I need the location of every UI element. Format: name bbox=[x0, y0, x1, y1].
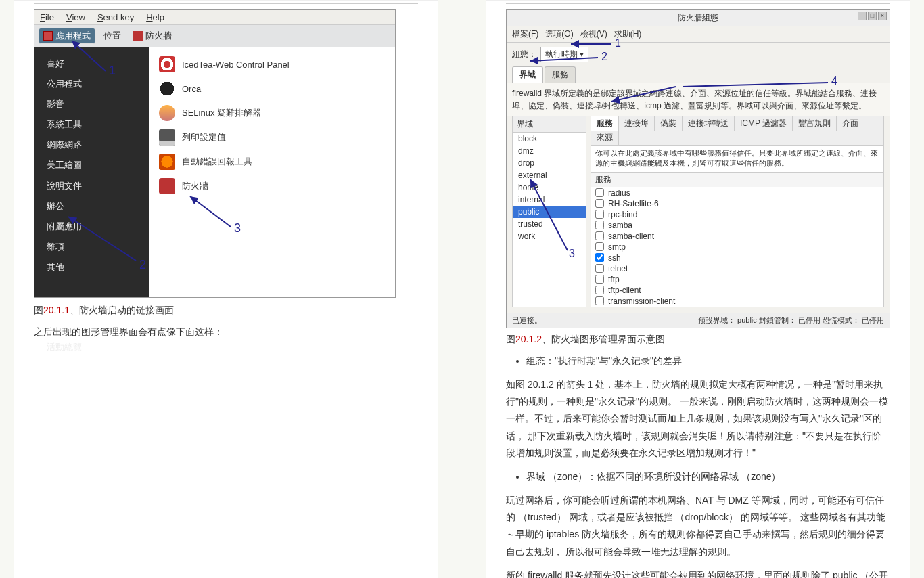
nav-other[interactable]: 其他 bbox=[34, 257, 149, 277]
right-column: 防火牆組態 – □ × 檔案(F) 選項(O) 檢視(V) 求助(H) 組態： … bbox=[486, 0, 910, 578]
printer-icon bbox=[159, 129, 175, 146]
qemu-menubar: File View Send key Help bbox=[34, 10, 395, 25]
zone-block[interactable]: block bbox=[513, 133, 586, 145]
applications-icon bbox=[43, 31, 53, 41]
bullet-zone: 界域 （zone）：依据不同的环境所设计的网络界域 （zone） bbox=[526, 468, 890, 485]
nav-misc[interactable]: 雜項 bbox=[34, 237, 149, 257]
service-check-rpc-bind[interactable] bbox=[595, 210, 604, 219]
service-ssh[interactable]: ssh bbox=[591, 252, 883, 263]
nav-sys[interactable]: 系統工具 bbox=[34, 114, 149, 135]
service-check-smtp[interactable] bbox=[595, 242, 604, 251]
service-rpc-bind[interactable]: rpc-bind bbox=[591, 209, 883, 220]
tab-services[interactable]: 服務 bbox=[545, 66, 576, 83]
status-connected: 已連接。 bbox=[512, 315, 542, 326]
service-check-RH-Satellite-6[interactable] bbox=[595, 199, 604, 208]
service-samba[interactable]: samba bbox=[591, 220, 883, 231]
service-smtp[interactable]: smtp bbox=[591, 242, 883, 252]
stab-2[interactable]: 偽裝 bbox=[655, 116, 683, 131]
stab-7[interactable]: 來源 bbox=[591, 131, 619, 145]
java-icon bbox=[159, 56, 175, 72]
app-print[interactable]: 列印設定值 bbox=[156, 125, 388, 150]
service-check-samba-client[interactable] bbox=[595, 231, 604, 240]
fw-zone-list: 界域 blockdmzdropexternalhomeinternalpubli… bbox=[512, 116, 586, 307]
topbar-applications[interactable]: 應用程式 bbox=[39, 28, 95, 44]
stab-4[interactable]: ICMP 過濾器 bbox=[735, 116, 793, 131]
menu-sendkey[interactable]: Send key bbox=[97, 12, 134, 22]
tab-zones[interactable]: 界域 bbox=[512, 66, 543, 83]
zone-dmz[interactable]: dmz bbox=[513, 145, 586, 157]
service-check-samba[interactable] bbox=[595, 221, 604, 229]
nav-net[interactable]: 網際網路 bbox=[34, 135, 149, 155]
zone-drop[interactable]: drop bbox=[513, 157, 586, 169]
nav-fav[interactable]: 喜好 bbox=[34, 53, 149, 74]
nav-doc[interactable]: 說明文件 bbox=[34, 176, 149, 196]
fw-menu-file[interactable]: 檔案(F) bbox=[512, 28, 538, 40]
zone-work[interactable]: work bbox=[513, 230, 586, 242]
zone-public[interactable]: public bbox=[513, 206, 586, 218]
service-radius[interactable]: radius bbox=[591, 187, 883, 198]
app-icedtea[interactable]: IcedTea-Web Control Panel bbox=[156, 52, 388, 76]
app-selinux[interactable]: SELinux 疑難排解器 bbox=[156, 101, 388, 125]
service-tftp[interactable]: tftp bbox=[591, 274, 883, 285]
nav-gfx[interactable]: 美工繪圖 bbox=[34, 155, 149, 175]
gnome-topbar: 應用程式 位置 防火牆 bbox=[34, 25, 395, 47]
fw-title: 防火牆組態 – □ × bbox=[507, 10, 890, 26]
service-check-tftp-client[interactable] bbox=[595, 286, 604, 294]
nav-activities[interactable]: 活動總覽 bbox=[34, 338, 149, 356]
para-zone-2: 新的 firewalld 服务就预先设计这些可能会被用到的网络环境，里面的规则除… bbox=[506, 567, 890, 578]
menu-view[interactable]: View bbox=[66, 12, 85, 22]
stab-3[interactable]: 連接埠轉送 bbox=[683, 116, 735, 131]
fw-config-combo[interactable]: 執行時期 ▾ bbox=[540, 47, 588, 62]
service-check-ssh[interactable] bbox=[595, 253, 604, 262]
service-telnet[interactable]: telnet bbox=[591, 263, 883, 274]
service-check-telnet[interactable] bbox=[595, 264, 604, 273]
menu-file[interactable]: File bbox=[40, 12, 54, 22]
zone-list-head: 界域 bbox=[513, 116, 586, 133]
service-RH-Satellite-6[interactable]: RH-Satellite-6 bbox=[591, 198, 883, 209]
nav-office[interactable]: 辦公 bbox=[34, 196, 149, 217]
maximize-icon[interactable]: □ bbox=[868, 12, 877, 20]
zone-external[interactable]: external bbox=[513, 169, 586, 181]
stab-5[interactable]: 豐富規則 bbox=[793, 116, 837, 131]
stab-1[interactable]: 連接埠 bbox=[619, 116, 655, 131]
stab-0[interactable]: 服務 bbox=[591, 116, 619, 131]
menu-help[interactable]: Help bbox=[146, 12, 164, 22]
topbar-places[interactable]: 位置 bbox=[99, 28, 125, 43]
stab-6[interactable]: 介面 bbox=[837, 116, 864, 131]
zone-trusted[interactable]: trusted bbox=[513, 218, 586, 230]
service-check-radius[interactable] bbox=[595, 188, 604, 197]
zone-internal[interactable]: internal bbox=[513, 194, 586, 206]
app-abrt[interactable]: 自動錯誤回報工具 bbox=[156, 150, 388, 174]
nav-util[interactable]: 公用程式 bbox=[34, 74, 149, 94]
zone-home[interactable]: home bbox=[513, 181, 586, 194]
fw-menu-help[interactable]: 求助(H) bbox=[614, 28, 642, 40]
app-list: IcedTea-Web Control Panel Orca SELinux 疑… bbox=[149, 47, 395, 297]
app-menu-window: File View Send key Help 應用程式 位置 防火牆 喜好 公… bbox=[34, 9, 396, 298]
minimize-icon[interactable]: – bbox=[858, 12, 867, 20]
close-icon[interactable]: × bbox=[878, 12, 887, 20]
nav-acc[interactable]: 附屬應用 bbox=[34, 217, 149, 237]
fw-menu-view[interactable]: 檢視(V) bbox=[580, 28, 607, 40]
service-check-transmission-client[interactable] bbox=[595, 296, 604, 305]
firewall-config-window: 防火牆組態 – □ × 檔案(F) 選項(O) 檢視(V) 求助(H) 組態： … bbox=[506, 9, 890, 328]
fig-caption-1: 图20.1.1、防火墙启动的链接画面 bbox=[34, 305, 418, 317]
nav-media[interactable]: 影音 bbox=[34, 94, 149, 114]
app-category-nav: 喜好 公用程式 影音 系統工具 網際網路 美工繪圖 說明文件 辦公 附屬應用 雜… bbox=[34, 47, 149, 297]
status-right: 預設界域： public 封鎖管制： 已停用 恐慌模式： 已停用 bbox=[698, 315, 884, 326]
topbar-firewall[interactable]: 防火牆 bbox=[129, 28, 176, 43]
selinux-icon bbox=[159, 105, 175, 121]
fw-menu-options[interactable]: 選項(O) bbox=[545, 28, 573, 40]
service-samba-client[interactable]: samba-client bbox=[591, 231, 883, 242]
service-tftp-client[interactable]: tftp-client bbox=[591, 285, 883, 296]
app-firewall[interactable]: 防火牆 bbox=[156, 174, 388, 198]
service-list-head: 服務 bbox=[591, 173, 883, 187]
bullet-config-diff: 组态："执行时期"与"永久记录"的差异 bbox=[526, 353, 890, 370]
firewall-icon bbox=[133, 31, 143, 41]
fw-zone-info: firewalld 界域所定義的是綁定該界域之網路連線、介面、來源位址的信任等級… bbox=[507, 83, 890, 116]
fig-caption-2: 图20.1.2、防火墙图形管理界面示意图 bbox=[506, 334, 890, 346]
service-transmission-client[interactable]: transmission-client bbox=[591, 296, 883, 307]
service-check-tftp[interactable] bbox=[595, 275, 604, 284]
para-config-diff: 如图 20.1.2 的箭头 1 处，基本上，防火墙的规则拟定大概有两种情况，一种… bbox=[506, 376, 890, 462]
app-orca[interactable]: Orca bbox=[156, 76, 388, 101]
firewall-icon bbox=[159, 178, 175, 194]
